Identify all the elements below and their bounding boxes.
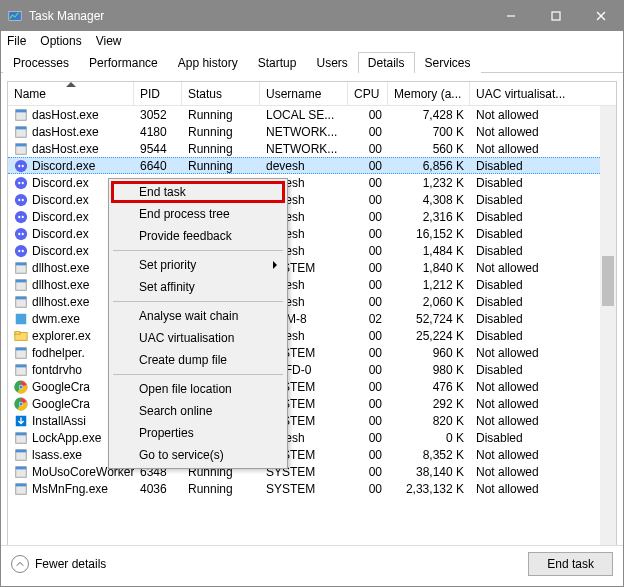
table-row[interactable]: LockApp.exe7044Suspendeddevesh000 KDisab… (8, 429, 616, 446)
cell-uac: Disabled (470, 431, 576, 445)
table-row[interactable]: lsass.exe732RunningSYSTEM008,352 KNot al… (8, 446, 616, 463)
table-row[interactable]: GoogleCraSYSTEM00476 KNot allowed (8, 378, 616, 395)
cell-memory: 2,060 K (388, 295, 470, 309)
cell-memory: 476 K (388, 380, 470, 394)
table-row[interactable]: dllhost.exedevesh001,212 KDisabled (8, 276, 616, 293)
end-task-button[interactable]: End task (528, 552, 613, 576)
table-row[interactable]: fontdrvhoUMFD-000980 KDisabled (8, 361, 616, 378)
process-icon (14, 142, 28, 156)
ctx-properties[interactable]: Properties (111, 422, 285, 444)
cell-uac: Disabled (470, 227, 576, 241)
ctx-create-dump-file[interactable]: Create dump file (111, 349, 285, 371)
table-row[interactable]: InstallAssiSYSTEM00820 KNot allowed (8, 412, 616, 429)
cell-username: devesh (260, 159, 348, 173)
table-row[interactable]: Discord.exdevesh004,308 KDisabled (8, 191, 616, 208)
table-row[interactable]: dasHost.exe9544RunningNETWORK...00560 KN… (8, 140, 616, 157)
window-controls (488, 1, 623, 31)
menu-bar: File Options View (1, 31, 623, 51)
menu-view[interactable]: View (96, 34, 122, 48)
table-row[interactable]: dasHost.exe4180RunningNETWORK...00700 KN… (8, 123, 616, 140)
tab-users[interactable]: Users (306, 52, 357, 73)
menu-options[interactable]: Options (40, 34, 81, 48)
ctx-analyse-wait-chain[interactable]: Analyse wait chain (111, 305, 285, 327)
ctx-uac-virtualisation[interactable]: UAC virtualisation (111, 327, 285, 349)
table-row[interactable]: dwm.exeDWM-80252,724 KDisabled (8, 310, 616, 327)
table-row[interactable]: Discord.exdevesh001,484 KDisabled (8, 242, 616, 259)
scrollbar-thumb[interactable] (602, 256, 614, 306)
cell-uac: Not allowed (470, 465, 576, 479)
svg-point-24 (18, 232, 20, 234)
table-row[interactable]: MsMnFng.exe4036RunningSYSTEM002,33,132 K… (8, 480, 616, 497)
table-row[interactable]: Discord.exe6640Runningdevesh006,856 KDis… (8, 157, 616, 174)
cell-memory: 2,316 K (388, 210, 470, 224)
col-pid[interactable]: PID (134, 82, 182, 105)
svg-rect-30 (16, 262, 27, 265)
title-bar: Task Manager (1, 1, 623, 31)
svg-point-14 (15, 176, 27, 188)
tab-details[interactable]: Details (358, 52, 415, 73)
tab-processes[interactable]: Processes (3, 52, 79, 73)
ctx-search-online[interactable]: Search online (111, 400, 285, 422)
cell-cpu: 00 (348, 193, 388, 207)
svg-rect-35 (16, 313, 27, 324)
cell-uac: Not allowed (470, 125, 576, 139)
process-name: explorer.ex (32, 329, 91, 343)
table-row[interactable]: dllhost.exedevesh002,060 KDisabled (8, 293, 616, 310)
svg-rect-37 (15, 331, 20, 334)
vertical-scrollbar[interactable] (600, 106, 616, 552)
menu-file[interactable]: File (7, 34, 26, 48)
details-table: Name PID Status Username CPU Memory (a..… (7, 81, 617, 553)
ctx-open-file-location[interactable]: Open file location (111, 378, 285, 400)
table-row[interactable]: GoogleCraSYSTEM00292 KNot allowed (8, 395, 616, 412)
svg-point-20 (15, 210, 27, 222)
tab-startup[interactable]: Startup (248, 52, 307, 73)
process-icon (14, 193, 28, 207)
col-memory[interactable]: Memory (a... (388, 82, 470, 105)
process-icon (14, 312, 28, 326)
cell-username: SYSTEM (260, 482, 348, 496)
ctx-provide-feedback[interactable]: Provide feedback (111, 225, 285, 247)
process-icon (14, 108, 28, 122)
tab-performance[interactable]: Performance (79, 52, 168, 73)
table-body: dasHost.exe3052RunningLOCAL SE...007,428… (8, 106, 616, 497)
close-button[interactable] (578, 1, 623, 31)
svg-rect-54 (16, 449, 27, 452)
ctx-separator (113, 250, 283, 251)
ctx-end-task[interactable]: End task (111, 181, 285, 203)
ctx-end-process-tree[interactable]: End process tree (111, 203, 285, 225)
ctx-set-priority[interactable]: Set priority (111, 254, 285, 276)
process-icon (14, 278, 28, 292)
col-status[interactable]: Status (182, 82, 260, 105)
col-uac[interactable]: UAC virtualisat... (470, 82, 576, 105)
cell-pid: 9544 (134, 142, 182, 156)
svg-point-27 (18, 249, 20, 251)
table-row[interactable]: fodhelper.SYSTEM00960 KNot allowed (8, 344, 616, 361)
svg-point-28 (22, 249, 24, 251)
cell-cpu: 00 (348, 397, 388, 411)
table-row[interactable]: Discord.exdevesh0016,152 KDisabled (8, 225, 616, 242)
col-username[interactable]: Username (260, 82, 348, 105)
fewer-details-button[interactable]: Fewer details (11, 555, 106, 573)
table-row[interactable]: dasHost.exe3052RunningLOCAL SE...007,428… (8, 106, 616, 123)
col-cpu[interactable]: CPU (348, 82, 388, 105)
cell-uac: Not allowed (470, 142, 576, 156)
table-row[interactable]: MoUsoCoreWorker.e...6348RunningSYSTEM003… (8, 463, 616, 480)
tab-services[interactable]: Services (415, 52, 481, 73)
cell-memory: 25,224 K (388, 329, 470, 343)
col-name[interactable]: Name (8, 82, 134, 105)
table-row[interactable]: Discord.exdevesh002,316 KDisabled (8, 208, 616, 225)
process-icon (14, 329, 28, 343)
cell-pid: 4036 (134, 482, 182, 496)
table-row[interactable]: explorer.exdevesh0025,224 KDisabled (8, 327, 616, 344)
maximize-button[interactable] (533, 1, 578, 31)
tab-app-history[interactable]: App history (168, 52, 248, 73)
process-name: GoogleCra (32, 380, 90, 394)
table-row[interactable]: dllhost.exeSYSTEM001,840 KNot allowed (8, 259, 616, 276)
ctx-go-to-services[interactable]: Go to service(s) (111, 444, 285, 466)
ctx-set-affinity[interactable]: Set affinity (111, 276, 285, 298)
cell-uac: Disabled (470, 210, 576, 224)
table-row[interactable]: Discord.exdevesh001,232 KDisabled (8, 174, 616, 191)
minimize-button[interactable] (488, 1, 533, 31)
cell-memory: 292 K (388, 397, 470, 411)
process-name: dasHost.exe (32, 125, 99, 139)
